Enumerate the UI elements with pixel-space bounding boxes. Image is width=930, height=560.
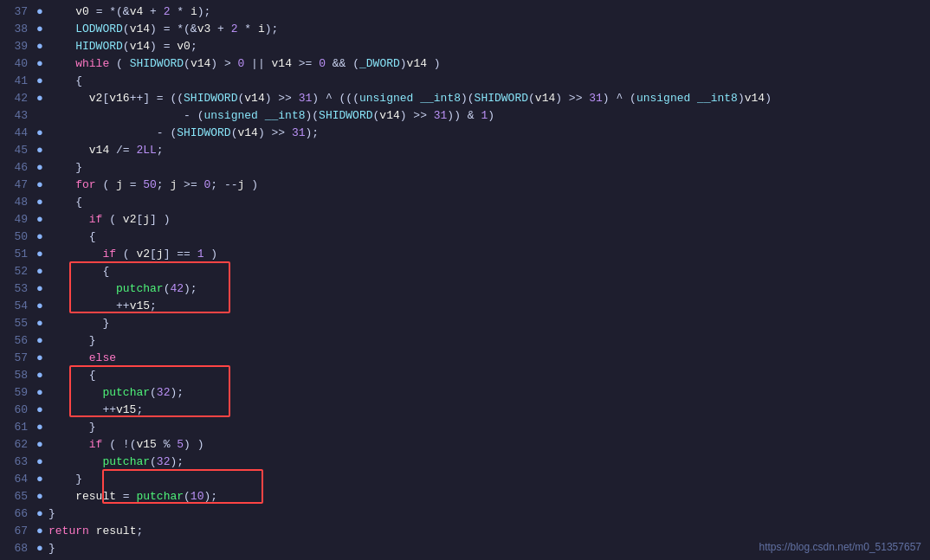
code-line: 45● v14 /= 2LL; xyxy=(0,142,930,159)
line-dot: ● xyxy=(35,298,45,315)
line-number: 56 xyxy=(0,332,35,350)
line-dot: ● xyxy=(35,142,45,159)
line-content: { xyxy=(45,194,930,211)
line-number: 48 xyxy=(0,194,35,211)
line-content: if ( !(v15 % 5) ) xyxy=(45,436,930,454)
line-dot: ● xyxy=(35,488,45,505)
code-line: 63● putchar(32); xyxy=(0,454,930,471)
line-content: return result; xyxy=(45,523,930,540)
line-dot: ● xyxy=(35,315,45,332)
line-content: } xyxy=(45,505,930,523)
line-number: 51 xyxy=(0,246,35,263)
code-line: 49● if ( v2[j] ) xyxy=(0,211,930,229)
line-content: ++v15; xyxy=(45,298,930,315)
line-content: while ( SHIDWORD(v14) > 0 || v14 >= 0 &&… xyxy=(45,55,930,73)
code-line: 44● - (SHIDWORD(v14) >> 31); xyxy=(0,125,930,142)
line-number: 50 xyxy=(0,229,35,246)
line-number: 43 xyxy=(0,107,35,125)
line-number: 63 xyxy=(0,454,35,471)
line-dot: ● xyxy=(35,194,45,211)
line-dot: ● xyxy=(35,38,45,55)
line-dot: ● xyxy=(35,436,45,454)
line-content: ++v15; xyxy=(45,402,930,419)
code-line: 50● { xyxy=(0,229,930,246)
line-dot: ● xyxy=(35,471,45,488)
line-number: 60 xyxy=(0,402,35,419)
line-dot: ● xyxy=(35,211,45,229)
line-content: } xyxy=(45,159,930,177)
line-content: if ( v2[j] == 1 ) xyxy=(45,246,930,263)
code-line: 47● for ( j = 50; j >= 0; --j ) xyxy=(0,177,930,194)
code-line: 48● { xyxy=(0,194,930,211)
line-dot: ● xyxy=(35,350,45,367)
line-dot: ● xyxy=(35,3,45,21)
line-dot: ● xyxy=(35,73,45,90)
code-line: 43 - (unsigned __int8)(SHIDWORD(v14) >> … xyxy=(0,107,930,125)
line-dot: ● xyxy=(35,177,45,194)
code-line: 42● v2[v16++] = ((SHIDWORD(v14) >> 31) ^… xyxy=(0,90,930,107)
line-dot: ● xyxy=(35,55,45,73)
line-content: putchar(32); xyxy=(45,384,930,402)
line-number: 53 xyxy=(0,280,35,298)
line-content: v2[v16++] = ((SHIDWORD(v14) >> 31) ^ (((… xyxy=(45,90,930,107)
line-dot: ● xyxy=(35,505,45,523)
line-dot: ● xyxy=(35,419,45,436)
code-line: 39● HIDWORD(v14) = v0; xyxy=(0,38,930,55)
line-content: - (unsigned __int8)(SHIDWORD(v14) >> 31)… xyxy=(45,107,930,125)
line-content: HIDWORD(v14) = v0; xyxy=(45,38,930,55)
code-line: 65● result = putchar(10); xyxy=(0,488,930,505)
code-line: 56● } xyxy=(0,332,930,350)
line-content: LODWORD(v14) = *(&v3 + 2 * i); xyxy=(45,21,930,38)
code-line: 60● ++v15; xyxy=(0,402,930,419)
line-dot: ● xyxy=(35,367,45,384)
line-content: if ( v2[j] ) xyxy=(45,211,930,229)
line-number: 46 xyxy=(0,159,35,177)
code-line: 41● { xyxy=(0,73,930,90)
code-line: 64● } xyxy=(0,471,930,488)
code-line: 62● if ( !(v15 % 5) ) xyxy=(0,436,930,454)
line-number: 62 xyxy=(0,436,35,454)
line-content: { xyxy=(45,367,930,384)
line-content: } xyxy=(45,471,930,488)
code-line: 52● { xyxy=(0,263,930,280)
code-line: 58● { xyxy=(0,367,930,384)
line-number: 66 xyxy=(0,505,35,523)
line-number: 59 xyxy=(0,384,35,402)
line-content: putchar(42); xyxy=(45,280,930,298)
line-number: 65 xyxy=(0,488,35,505)
line-number: 57 xyxy=(0,350,35,367)
line-dot: ● xyxy=(35,523,45,540)
line-dot: ● xyxy=(35,21,45,38)
line-content: } xyxy=(45,332,930,350)
line-number: 61 xyxy=(0,419,35,436)
line-dot: ● xyxy=(35,263,45,280)
line-number: 38 xyxy=(0,21,35,38)
line-number: 47 xyxy=(0,177,35,194)
code-line: 54● ++v15; xyxy=(0,298,930,315)
line-dot: ● xyxy=(35,454,45,471)
code-container: 37● v0 = *(&v4 + 2 * i);38● LODWORD(v14)… xyxy=(0,0,930,560)
line-content: { xyxy=(45,263,930,280)
code-line: 51● if ( v2[j] == 1 ) xyxy=(0,246,930,263)
line-number: 45 xyxy=(0,142,35,159)
line-dot: ● xyxy=(35,246,45,263)
line-dot: ● xyxy=(35,540,45,557)
code-line: 53● putchar(42); xyxy=(0,280,930,298)
line-number: 41 xyxy=(0,73,35,90)
code-line: 59● putchar(32); xyxy=(0,384,930,402)
code-line: 67●return result; xyxy=(0,523,930,540)
line-number: 40 xyxy=(0,55,35,73)
line-content: { xyxy=(45,73,930,90)
line-dot: ● xyxy=(35,90,45,107)
line-number: 37 xyxy=(0,3,35,21)
line-content: putchar(32); xyxy=(45,454,930,471)
line-content: else xyxy=(45,350,930,367)
watermark: https://blog.csdn.net/m0_51357657 xyxy=(759,541,921,553)
line-number: 54 xyxy=(0,298,35,315)
line-number: 52 xyxy=(0,263,35,280)
line-number: 55 xyxy=(0,315,35,332)
line-content: for ( j = 50; j >= 0; --j ) xyxy=(45,177,930,194)
line-number: 39 xyxy=(0,38,35,55)
line-content: } xyxy=(45,315,930,332)
line-number: 67 xyxy=(0,523,35,540)
